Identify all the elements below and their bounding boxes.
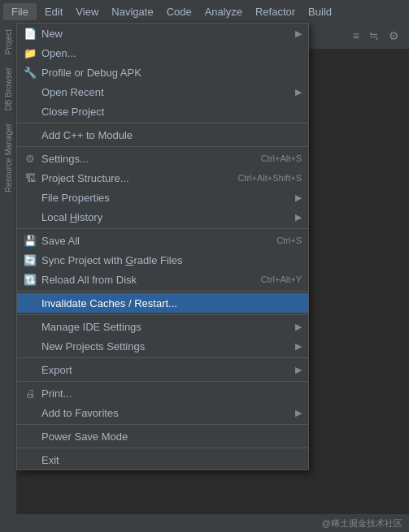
add-favorites-arrow-icon: ▶ bbox=[295, 408, 302, 418]
project-structure-label: Project Structure... bbox=[41, 172, 221, 184]
separator-2 bbox=[17, 146, 308, 147]
menu-bar: File Edit View Navigate Code Analyze Ref… bbox=[0, 0, 409, 23]
save-all-shortcut: Ctrl+S bbox=[276, 236, 302, 245]
new-projects-settings-label: New Projects Settings bbox=[41, 340, 289, 353]
profile-icon: 🔧 bbox=[22, 67, 38, 79]
project-structure-shortcut: Ctrl+Alt+Shift+S bbox=[237, 173, 302, 183]
menu-item-profile-debug[interactable]: 🔧 Profile or Debug APK bbox=[17, 63, 308, 82]
local-history-label: Local History bbox=[41, 211, 289, 223]
print-label: Print... bbox=[41, 387, 302, 400]
menu-edit[interactable]: Edit bbox=[38, 3, 69, 20]
new-arrow-icon: ▶ bbox=[295, 28, 302, 39]
menu-refactor[interactable]: Refactor bbox=[249, 3, 302, 20]
separator-3 bbox=[17, 228, 308, 229]
separator-6 bbox=[17, 357, 308, 358]
menu-item-file-properties[interactable]: File Properties ▶ bbox=[17, 188, 308, 207]
manage-ide-label: Manage IDE Settings bbox=[41, 321, 289, 333]
toolbar-settings-icon[interactable]: ⚙ bbox=[385, 28, 402, 44]
project-structure-icon: 🏗 bbox=[22, 172, 38, 184]
menu-item-local-history[interactable]: Local History ▶ bbox=[17, 207, 308, 227]
sync-gradle-icon: 🔄 bbox=[22, 254, 38, 266]
menu-item-open[interactable]: 📁 Open... bbox=[17, 43, 308, 63]
open-label: Open... bbox=[41, 47, 302, 59]
menu-build[interactable]: Build bbox=[302, 3, 338, 20]
menu-item-export[interactable]: Export ▶ bbox=[17, 360, 308, 379]
toolbar-align-right-icon[interactable]: ≒ bbox=[366, 28, 382, 44]
add-cpp-label: Add C++ to Module bbox=[41, 129, 302, 141]
menu-analyze[interactable]: Analyze bbox=[198, 3, 249, 20]
export-arrow-icon: ▶ bbox=[295, 365, 302, 375]
file-properties-arrow-icon: ▶ bbox=[295, 192, 302, 203]
invalidate-caches-label: Invalidate Caches / Restart... bbox=[41, 297, 302, 309]
save-all-icon: 💾 bbox=[22, 235, 38, 247]
menu-item-open-recent[interactable]: Open Recent ▶ bbox=[17, 82, 308, 102]
menu-item-exit[interactable]: Exit bbox=[17, 450, 308, 469]
sidebar-item-db-browser[interactable]: DB Browser bbox=[2, 61, 15, 117]
local-history-arrow-icon: ▶ bbox=[295, 212, 302, 223]
menu-file-tab[interactable]: File bbox=[3, 3, 37, 20]
new-label: New bbox=[41, 28, 289, 40]
toolbar-align-left-icon[interactable]: ≡ bbox=[350, 28, 363, 44]
menu-item-close-project[interactable]: Close Project bbox=[17, 102, 308, 121]
file-properties-label: File Properties bbox=[41, 192, 289, 204]
power-save-label: Power Save Mode bbox=[41, 430, 302, 443]
menu-code[interactable]: Code bbox=[160, 3, 198, 20]
menu-item-add-cpp[interactable]: Add C++ to Module bbox=[17, 125, 308, 145]
menu-item-add-favorites[interactable]: Add to Favorites ▶ bbox=[17, 403, 308, 422]
menu-item-reload-disk[interactable]: 🔃 Reload All from Disk Ctrl+Alt+Y bbox=[17, 270, 308, 289]
print-icon: 🖨 bbox=[22, 387, 38, 400]
separator-4 bbox=[17, 291, 308, 292]
status-bar: @稀土掘金技术社区 bbox=[0, 514, 409, 532]
separator-9 bbox=[17, 448, 308, 448]
new-projects-settings-arrow-icon: ▶ bbox=[295, 341, 302, 352]
open-recent-label: Open Recent bbox=[41, 86, 289, 98]
separator-5 bbox=[17, 314, 308, 315]
menu-item-new-projects-settings[interactable]: New Projects Settings ▶ bbox=[17, 336, 308, 356]
reload-disk-label: Reload All from Disk bbox=[41, 274, 245, 286]
menu-item-manage-ide[interactable]: Manage IDE Settings ▶ bbox=[17, 317, 308, 336]
menu-navigate[interactable]: Navigate bbox=[105, 3, 159, 20]
separator-8 bbox=[17, 424, 308, 425]
open-icon: 📁 bbox=[22, 47, 38, 59]
menu-item-new[interactable]: 📄 New ▶ bbox=[17, 24, 308, 43]
menu-item-save-all[interactable]: 💾 Save All Ctrl+S bbox=[17, 231, 308, 250]
left-sidebar: Project DB Browser Resource Manager bbox=[0, 23, 16, 532]
sync-gradle-label: Sync Project with Gradle Files bbox=[41, 254, 302, 266]
file-dropdown-menu: 📄 New ▶ 📁 Open... 🔧 Profile or Debug APK… bbox=[16, 23, 309, 470]
sidebar-item-project[interactable]: Project bbox=[2, 23, 15, 61]
manage-ide-arrow-icon: ▶ bbox=[295, 322, 302, 332]
close-project-label: Close Project bbox=[41, 106, 302, 118]
exit-label: Exit bbox=[41, 454, 302, 466]
menu-item-sync-gradle[interactable]: 🔄 Sync Project with Gradle Files bbox=[17, 250, 308, 270]
menu-item-power-save[interactable]: Power Save Mode bbox=[17, 426, 308, 446]
settings-shortcut: Ctrl+Alt+S bbox=[261, 154, 302, 163]
new-icon: 📄 bbox=[22, 28, 38, 40]
menu-view[interactable]: View bbox=[69, 3, 105, 20]
profile-debug-label: Profile or Debug APK bbox=[41, 67, 302, 79]
menu-item-project-structure[interactable]: 🏗 Project Structure... Ctrl+Alt+Shift+S bbox=[17, 168, 308, 188]
reload-disk-icon: 🔃 bbox=[22, 274, 38, 286]
separator-7 bbox=[17, 381, 308, 382]
menu-item-settings[interactable]: ⚙ Settings... Ctrl+Alt+S bbox=[17, 149, 308, 168]
add-favorites-label: Add to Favorites bbox=[41, 407, 289, 419]
settings-label: Settings... bbox=[41, 153, 245, 165]
sidebar-item-resource-manager[interactable]: Resource Manager bbox=[2, 117, 15, 199]
separator-1 bbox=[17, 123, 308, 123]
status-text: @稀土掘金技术社区 bbox=[322, 517, 402, 530]
settings-icon: ⚙ bbox=[22, 153, 38, 165]
menu-item-print[interactable]: 🖨 Print... bbox=[17, 383, 308, 403]
open-recent-arrow-icon: ▶ bbox=[295, 87, 302, 97]
menu-item-invalidate-caches[interactable]: Invalidate Caches / Restart... bbox=[17, 293, 308, 313]
export-label: Export bbox=[41, 364, 289, 376]
save-all-label: Save All bbox=[41, 235, 260, 247]
reload-disk-shortcut: Ctrl+Alt+Y bbox=[261, 275, 302, 284]
